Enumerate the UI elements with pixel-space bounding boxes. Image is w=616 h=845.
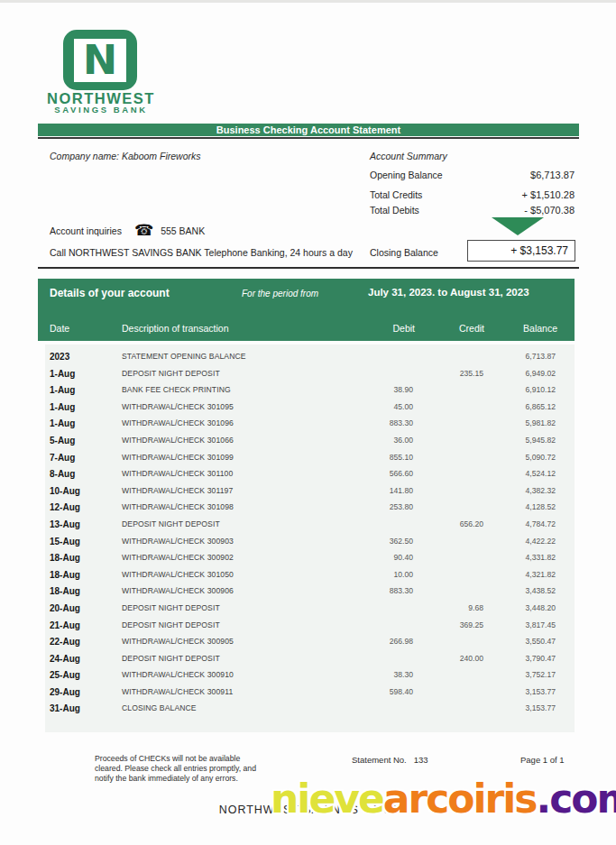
cell-description: WITHDRAWAL/CHECK 300903 [122,537,234,546]
cell-description: WITHDRAWAL/CHECK 300910 [122,670,234,679]
statement-number-value: 133 [414,755,428,765]
summary-value: + $1,510.28 [522,189,575,200]
summary-label: Opening Balance [370,170,443,180]
cell-date: 5-Aug [50,436,75,445]
cell-date: 1-Aug [50,369,75,379]
cell-balance: 4,382.32 [526,486,556,495]
cell-description: WITHDRAWAL/CHECK 300911 [122,687,233,696]
cell-credit: 240.00 [460,654,483,663]
cell-description: WITHDRAWAL/CHECK 301095 [122,402,234,411]
watermark-part-3: .com [537,776,616,822]
column-header-credit: Credit [412,323,484,334]
cell-description: DEPOSIT NIGHT DEPOSIT [122,369,220,378]
cell-date: 21-Aug [50,620,80,630]
cell-debit: 90.40 [393,553,413,562]
column-header-debit: Debit [343,323,415,334]
cell-balance: 3,550.47 [526,637,556,646]
cell-debit: 38.30 [393,670,413,679]
cell-date: 22-Aug [50,637,80,647]
summary-label: Total Debits [370,205,419,216]
table-row: 18-AugWITHDRAWAL/CHECK 30090290.404,331.… [45,551,575,568]
cell-balance: 3,817.45 [526,620,556,629]
column-header-description: Description of transaction [122,323,228,334]
footer-notice-line: notify the bank immediately of any error… [95,774,262,784]
table-row: 31-AugCLOSING BALANCE3,153.77 [45,702,575,719]
cell-balance: 5,090.72 [526,453,556,462]
table-row: 21-AugDEPOSIT NIGHT DEPOSIT369.253,817.4… [45,619,575,636]
cell-balance: 3,448.20 [526,603,556,612]
cell-description: BANK FEE CHECK PRINTING [122,385,231,394]
scan-edge-artifact [0,0,616,3]
table-row: 15-AugWITHDRAWAL/CHECK 300903362.504,422… [45,535,575,552]
table-row: 13-AugDEPOSIT NIGHT DEPOSIT656.204,784.7… [45,518,575,535]
cell-debit: 598.40 [390,687,413,696]
cell-date: 25-Aug [50,670,80,680]
cell-description: WITHDRAWAL/CHECK 301197 [122,486,233,495]
cell-balance: 4,784.72 [526,519,556,528]
cell-description: WITHDRAWAL/CHECK 300906 [122,586,234,595]
cell-description: WITHDRAWAL/CHECK 301100 [122,469,233,478]
cell-balance: 6,949.02 [526,369,556,378]
period-label: For the period from [242,289,318,299]
cell-debit: 883.30 [390,586,413,595]
cell-date: 2023 [50,352,69,362]
table-row: 5-AugWITHDRAWAL/CHECK 30106636.005,945.8… [45,434,575,451]
footer-notice: Proceeds of CHECKs will not be available… [95,754,262,784]
summary-value: $6,713.87 [530,170,575,180]
cell-description: WITHDRAWAL/CHECK 300905 [122,637,234,646]
cell-balance: 6,865.12 [526,402,556,411]
cell-balance: 3,438.52 [526,586,556,595]
cell-balance: 3,153.77 [526,703,556,712]
cell-description: WITHDRAWAL/CHECK 301096 [122,418,234,427]
cell-balance: 4,128.52 [526,502,556,511]
summary-row-total-credits: Total Credits + $1,510.28 [370,189,575,200]
table-row: 8-AugWITHDRAWAL/CHECK 301100566.604,524.… [45,467,575,484]
table-row: 1-AugBANK FEE CHECK PRINTING38.906,910.1… [45,383,575,400]
cell-date: 13-Aug [50,519,80,529]
cell-balance: 6,910.12 [526,385,556,394]
cell-description: DEPOSIT NIGHT DEPOSIT [122,603,220,612]
cell-date: 20-Aug [50,603,80,613]
footer-notice-line: Proceeds of CHECKs will not be available [95,754,262,764]
bank-logo-icon: N [63,30,137,90]
account-summary-heading: Account Summary [370,151,447,161]
cell-credit: 656.20 [460,519,483,528]
table-row: 12-AugWITHDRAWAL/CHECK 301098253.804,128… [45,501,575,518]
cell-date: 10-Aug [50,486,80,496]
table-row: 7-AugWITHDRAWAL/CHECK 301099855.105,090.… [45,451,575,468]
cell-credit: 9.68 [468,603,483,612]
cell-description: WITHDRAWAL/CHECK 301050 [122,570,234,579]
company-name: Company name: Kaboom Fireworks [50,151,200,161]
cell-date: 1-Aug [50,418,75,428]
cell-date: 1-Aug [50,385,75,395]
cell-debit: 566.60 [390,469,413,478]
summary-value: - $5,070.38 [524,205,575,216]
cell-date: 29-Aug [50,687,80,697]
cell-description: DEPOSIT NIGHT DEPOSIT [122,519,220,528]
cell-date: 1-Aug [50,402,75,412]
cell-debit: 38.90 [393,385,413,394]
summary-row-opening-balance: Opening Balance $6,713.87 [370,170,575,180]
cell-description: WITHDRAWAL/CHECK 301099 [122,453,234,462]
cell-date: 15-Aug [50,537,80,546]
table-row: 22-AugWITHDRAWAL/CHECK 300905266.983,550… [45,635,575,652]
table-row: 10-AugWITHDRAWAL/CHECK 301197141.804,382… [45,484,575,501]
cell-balance: 5,945.82 [526,436,556,445]
table-row: 1-AugDEPOSIT NIGHT DEPOSIT235.156,949.02 [45,367,575,384]
cell-balance: 5,981.82 [526,418,556,427]
table-header: Details of your account For the period f… [38,279,575,341]
table-row: 24-AugDEPOSIT NIGHT DEPOSIT240.003,790.4… [45,652,575,669]
cell-debit: 855.10 [390,453,413,462]
cell-description: WITHDRAWAL/CHECK 300902 [122,553,234,562]
bank-logo-letter: N [83,41,118,80]
table-row: 2023STATEMENT OPENING BALANCE6,713.87 [45,350,575,367]
cell-balance: 4,422.22 [526,537,556,546]
cell-date: 12-Aug [50,502,80,512]
cell-date: 24-Aug [50,654,80,664]
account-inquiries-label: Account inquiries [50,225,122,236]
phone-number: 555 BANK [161,225,205,236]
table-row: 20-AugDEPOSIT NIGHT DEPOSIT9.683,448.20 [45,602,575,619]
cell-description: WITHDRAWAL/CHECK 301066 [122,436,234,445]
cell-debit: 10.00 [393,570,413,579]
section-divider [38,267,579,269]
